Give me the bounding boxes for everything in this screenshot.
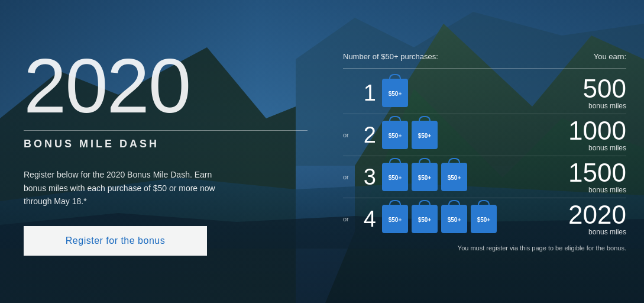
or-label-4: or [343, 215, 351, 223]
bag-3-1: $50+ [382, 163, 408, 191]
row-1-number: 1 [360, 82, 376, 104]
or-label-2: or [343, 131, 351, 138]
description-text: Register below for the 2020 Bonus Mile D… [24, 168, 225, 208]
miles-label-3: bonus miles [555, 186, 626, 194]
miles-1: 500 [555, 76, 626, 102]
row-3-left: or 3 $50+ $50+ $50+ [343, 163, 555, 191]
earn-header: You earn: [594, 52, 626, 61]
reward-row-3: or 3 $50+ $50+ $50+ 1500 bonus miles [343, 156, 626, 198]
or-label-3: or [343, 173, 351, 180]
register-button[interactable]: Register for the bonus [24, 226, 207, 256]
table-header: Number of $50+ purchases: You earn: [343, 52, 626, 61]
row-4-number: 4 [360, 208, 376, 230]
row-4-left: or 4 $50+ $50+ $50+ $50+ [343, 205, 555, 233]
bag-4-1: $50+ [382, 205, 408, 233]
miles-label-4: bonus miles [555, 228, 626, 236]
miles-2: 1000 [555, 118, 626, 144]
footnote: You must register via this page to be el… [343, 244, 626, 252]
purchases-header: Number of $50+ purchases: [343, 52, 438, 61]
year-title: 2020 [24, 47, 308, 124]
bags-4: $50+ $50+ $50+ $50+ [382, 205, 497, 233]
row-1-left: 1 $50+ [343, 79, 555, 107]
bag-4-2: $50+ [412, 205, 438, 233]
row-4-right: 2020 bonus miles [555, 202, 626, 236]
row-1-right: 500 bonus miles [555, 76, 626, 110]
or-label-1 [343, 89, 351, 96]
reward-row-2: or 2 $50+ $50+ 1000 bonus miles [343, 114, 626, 156]
miles-label-1: bonus miles [555, 102, 626, 110]
row-2-number: 2 [360, 124, 376, 146]
row-2-right: 1000 bonus miles [555, 118, 626, 152]
bag-3-2: $50+ [412, 163, 438, 191]
bag-4-4: $50+ [471, 205, 497, 233]
bag-2-1: $50+ [382, 121, 408, 149]
bags-3: $50+ $50+ $50+ [382, 163, 467, 191]
row-3-right: 1500 bonus miles [555, 160, 626, 194]
reward-row-1: 1 $50+ 500 bonus miles [343, 72, 626, 114]
bag-1-1: $50+ [382, 79, 408, 107]
row-2-left: or 2 $50+ $50+ [343, 121, 555, 149]
miles-label-2: bonus miles [555, 144, 626, 152]
left-panel: 2020 BONUS MILE DASH Register below for … [0, 0, 331, 303]
right-panel: Number of $50+ purchases: You earn: 1 $5… [331, 0, 644, 303]
bag-3-3: $50+ [441, 163, 467, 191]
subtitle: BONUS MILE DASH [24, 130, 308, 150]
miles-3: 1500 [555, 160, 626, 186]
bags-2: $50+ $50+ [382, 121, 438, 149]
row-3-number: 3 [360, 166, 376, 188]
miles-4: 2020 [555, 202, 626, 228]
header-divider [343, 68, 626, 69]
bags-1: $50+ [382, 79, 408, 107]
bag-2-2: $50+ [412, 121, 438, 149]
reward-row-4: or 4 $50+ $50+ $50+ $50+ 2020 bonus mile… [343, 198, 626, 240]
bag-4-3: $50+ [441, 205, 467, 233]
